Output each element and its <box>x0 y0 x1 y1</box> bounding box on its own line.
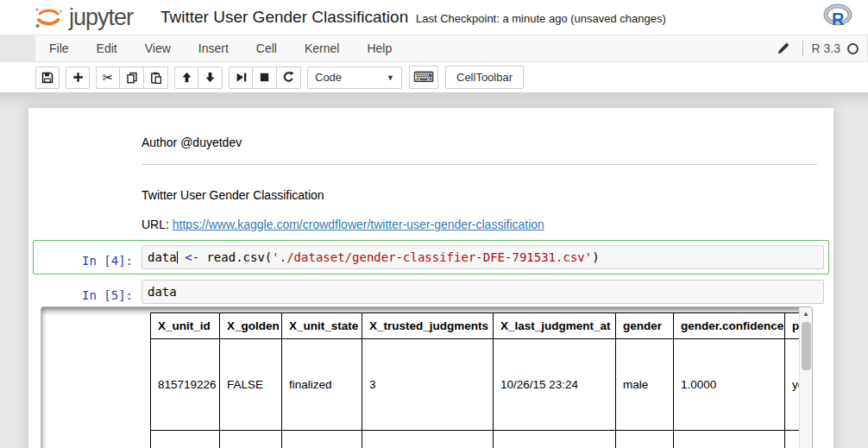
menu-item-insert[interactable]: Insert <box>185 35 242 61</box>
restart-icon <box>282 71 295 84</box>
table-header-cell: X_golden <box>220 313 282 339</box>
author-text: Author @duyetdev <box>142 136 817 149</box>
cell-prompt <box>38 127 142 169</box>
celltoolbar-label: CellToolbar <box>456 71 513 84</box>
run-cell-button[interactable] <box>229 66 253 89</box>
move-up-icon <box>180 71 193 84</box>
table-body: 815719226FALSEfinalized310/26/15 23:24ma… <box>151 339 813 448</box>
horizontal-rule <box>142 164 817 165</box>
menu-item-cell[interactable]: Cell <box>242 35 291 61</box>
jupyter-logo[interactable]: jupyter <box>31 2 133 33</box>
markdown-content: Author @duyetdev <box>142 127 824 169</box>
markdown-cell-author[interactable]: Author @duyetdev <box>33 122 829 174</box>
divider <box>802 41 803 56</box>
markdown-cell-title[interactable]: Twitter User Gender Classification URL: … <box>33 174 829 237</box>
keyboard-icon: ⌨ <box>413 70 435 85</box>
menu-item-view[interactable]: View <box>131 35 185 61</box>
add-cell-icon <box>72 71 85 84</box>
output-scrollbar[interactable]: ▲ <box>799 307 812 448</box>
table-header-cell: gender.confidence <box>674 313 785 339</box>
stop-icon <box>258 71 271 84</box>
table-cell: 3 <box>362 339 494 431</box>
menu-item-kernel[interactable]: Kernel <box>291 35 353 61</box>
table-cell: finalized <box>282 339 362 431</box>
jupyter-notebook-app: jupyter Twitter User Gender Classificati… <box>0 0 868 448</box>
move-down-icon <box>204 71 217 84</box>
table-header-cell: X_unit_id <box>151 313 220 339</box>
code-input[interactable]: data <- read.csv('./dataset/gender-class… <box>142 245 824 269</box>
cell-type-dropdown[interactable]: Code ▼ <box>307 66 402 89</box>
url-line: URL: https://www.kaggle.com/crowdflower/… <box>142 218 817 231</box>
edit-mode-indicator <box>777 41 790 55</box>
copy-cell-button[interactable] <box>120 66 144 89</box>
table-cell <box>220 431 282 448</box>
r-kernel-logo-icon: R <box>823 3 852 29</box>
kernel-name-label: R 3.3 <box>812 41 840 55</box>
toolbar: ✂ <box>0 62 868 92</box>
celltoolbar-button[interactable]: CellToolbar <box>445 66 524 89</box>
header: jupyter Twitter User Gender Classificati… <box>0 0 868 35</box>
table-header-cell: X_last_judgment_at <box>494 313 616 339</box>
dataframe-table: X_unit_idX_goldenX_unit_stateX_trusted_j… <box>150 312 812 448</box>
copy-icon <box>125 71 139 85</box>
save-icon <box>41 71 54 85</box>
menubar: FileEditViewInsertCellKernelHelp R 3.3 <box>35 35 868 62</box>
table-row <box>151 431 813 448</box>
table-cell: 10/26/15 23:24 <box>494 339 616 431</box>
run-icon <box>235 71 248 84</box>
cut-icon: ✂ <box>103 71 114 84</box>
notebook-container: Author @duyetdev Twitter User Gender Cla… <box>28 108 833 448</box>
menu-item-file[interactable]: File <box>35 35 83 61</box>
save-button[interactable] <box>35 66 60 89</box>
menu-item-edit[interactable]: Edit <box>83 35 131 61</box>
chevron-down-icon: ▼ <box>387 73 394 82</box>
command-palette-button[interactable]: ⌨ <box>409 66 438 89</box>
table-cell <box>282 431 362 448</box>
table-header-cell: gender <box>616 313 674 339</box>
scrollbar-thumb[interactable] <box>802 322 811 370</box>
interrupt-kernel-button[interactable] <box>253 66 277 89</box>
add-cell-button[interactable] <box>66 66 90 89</box>
kaggle-link[interactable]: https://www.kaggle.com/crowdflower/twitt… <box>173 218 544 231</box>
menu-item-help[interactable]: Help <box>353 35 406 61</box>
code-input[interactable]: data <box>142 280 824 304</box>
jupyter-wordmark: jupyter <box>69 4 133 31</box>
table-cell: 815719226 <box>151 339 220 431</box>
kernel-busy-indicator-icon <box>847 43 859 54</box>
code-cell-in5[interactable]: In [5]: data <box>33 274 829 305</box>
table-header-cell: X_unit_state <box>282 313 362 339</box>
paste-icon <box>149 71 163 85</box>
table-header-row: X_unit_idX_goldenX_unit_stateX_trusted_j… <box>151 313 813 339</box>
table-cell <box>616 431 674 448</box>
table-cell <box>151 431 220 448</box>
table-cell <box>674 431 785 448</box>
input-prompt: In [4]: <box>38 245 142 269</box>
table-cell <box>362 431 494 448</box>
cell-prompt <box>38 180 142 231</box>
svg-text:R: R <box>832 9 845 28</box>
input-prompt: In [5]: <box>38 280 142 304</box>
jupyter-planet-icon <box>31 2 66 33</box>
table-header-cell: X_trusted_judgments <box>362 313 494 339</box>
output-scroll-area[interactable]: X_unit_idX_goldenX_unit_stateX_trusted_j… <box>41 306 813 448</box>
pencil-icon <box>777 41 790 55</box>
dataframe-output: X_unit_idX_goldenX_unit_stateX_trusted_j… <box>145 307 812 448</box>
notebook-title[interactable]: Twitter User Gender Classification <box>160 8 408 27</box>
table-cell: male <box>616 339 674 431</box>
table-cell: FALSE <box>220 339 282 431</box>
code-cell-in4[interactable]: In [4]: data <- read.csv('./dataset/gend… <box>33 240 829 274</box>
cut-cell-button[interactable]: ✂ <box>96 66 120 89</box>
move-cell-down-button[interactable] <box>198 66 223 89</box>
paste-cell-button[interactable] <box>144 66 168 89</box>
table-row: 815719226FALSEfinalized310/26/15 23:24ma… <box>151 339 813 431</box>
table-cell: 1.0000 <box>674 339 785 431</box>
move-cell-up-button[interactable] <box>174 66 198 89</box>
output-prompt <box>41 307 145 448</box>
url-label: URL: <box>142 218 173 231</box>
checkpoint-status: Last Checkpoint: a minute ago (unsaved c… <box>416 12 666 25</box>
menubar-right: R 3.3 <box>777 41 867 56</box>
markdown-content: Twitter User Gender Classification URL: … <box>142 180 824 231</box>
scrollbar-up-arrow-icon[interactable]: ▲ <box>800 307 812 319</box>
restart-kernel-button[interactable] <box>277 66 301 89</box>
page-top-shadow <box>0 92 868 108</box>
